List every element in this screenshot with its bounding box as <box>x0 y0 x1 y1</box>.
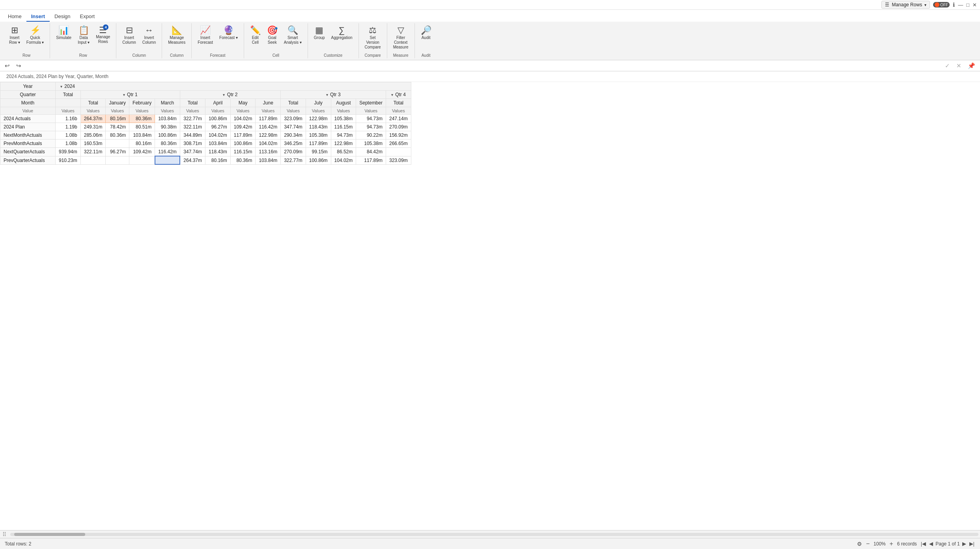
tab-insert[interactable]: Insert <box>26 12 50 22</box>
settings-icon[interactable]: ⚙ <box>857 541 862 547</box>
data-cell[interactable]: 322.11m <box>80 148 106 156</box>
qtr3-header[interactable]: ▾ Qtr 3 <box>281 91 386 99</box>
data-cell[interactable]: 80.51m <box>129 123 155 131</box>
data-cell[interactable]: 308.71m <box>180 140 205 148</box>
tab-export[interactable]: Export <box>75 12 100 22</box>
data-cell[interactable]: 94.73m <box>356 115 386 123</box>
invert-column-button[interactable]: ↔ InvertColumn <box>140 24 159 47</box>
table-row[interactable]: 2024 Actuals1.16b264.37m80.16m80.36m103.… <box>0 115 411 123</box>
data-cell[interactable]: 80.36m <box>106 131 129 140</box>
data-cell[interactable]: 103.84m <box>256 156 281 164</box>
data-cell[interactable]: 118.43m <box>306 123 331 131</box>
edit-cell-button[interactable]: ✏️ EditCell <box>247 24 263 47</box>
minimize-icon[interactable]: — <box>958 2 963 8</box>
next-page-button[interactable]: ▶ <box>961 541 967 547</box>
data-cell[interactable]: 270.09m <box>386 123 411 131</box>
data-cell[interactable]: 264.37m <box>180 156 205 164</box>
aggregation-button[interactable]: ∑ Aggregation <box>329 24 355 42</box>
data-cell[interactable]: 103.84m <box>155 115 180 123</box>
set-version-compare-button[interactable]: ⚖ SetVersionCompare <box>362 24 384 52</box>
data-input-button[interactable]: 📋 DataInput ▾ <box>75 24 92 47</box>
cross-button[interactable]: ✕ <box>955 62 963 69</box>
data-cell[interactable]: 1.08b <box>56 131 81 140</box>
data-cell[interactable]: 346.25m <box>281 140 306 148</box>
table-row[interactable]: PrevMonthActuals1.08b160.53m80.16m80.36m… <box>0 140 411 148</box>
data-cell[interactable] <box>106 140 129 148</box>
first-page-button[interactable]: |◀ <box>920 541 927 547</box>
tab-design[interactable]: Design <box>50 12 75 22</box>
data-cell[interactable]: 156.92m <box>386 131 411 140</box>
undo-button[interactable]: ↩ <box>3 62 11 69</box>
data-cell[interactable]: 100.86m <box>306 156 331 164</box>
formula-input[interactable] <box>26 63 940 69</box>
manage-rows-dropdown[interactable]: ☰ Manage Rows ▾ <box>881 1 930 9</box>
data-cell[interactable]: 100.86m <box>155 131 180 140</box>
insert-column-button[interactable]: ⊟ InsertColumn <box>119 24 138 47</box>
data-cell[interactable]: 100.86m <box>230 140 256 148</box>
data-cell[interactable]: 290.34m <box>281 131 306 140</box>
data-cell[interactable]: 80.16m <box>129 140 155 148</box>
data-cell[interactable]: 99.15m <box>306 148 331 156</box>
data-cell[interactable]: 122.98m <box>331 140 356 148</box>
goal-seek-button[interactable]: 🎯 GoalSeek <box>264 24 280 47</box>
data-cell[interactable]: 78.42m <box>106 123 129 131</box>
last-page-button[interactable]: ▶| <box>969 541 975 547</box>
data-cell[interactable]: 80.16m <box>106 115 129 123</box>
maximize-icon[interactable]: □ <box>966 2 969 8</box>
table-row[interactable]: NextMonthActuals1.08b285.06m80.36m103.84… <box>0 131 411 140</box>
data-cell[interactable]: 94.73m <box>331 131 356 140</box>
table-row[interactable]: NextQuarterActuals939.94m322.11m96.27m10… <box>0 148 411 156</box>
data-cell[interactable] <box>129 156 155 164</box>
data-cell[interactable]: 1.19b <box>56 123 81 131</box>
horizontal-scrollbar[interactable] <box>10 533 978 536</box>
zoom-out-button[interactable]: − <box>865 540 870 547</box>
data-cell[interactable]: 84.42m <box>356 148 386 156</box>
table-container[interactable]: Year ▾ 2024 Quarter Total ▾ Qtr 1 ▾ Qtr … <box>0 82 980 530</box>
data-cell[interactable] <box>386 148 411 156</box>
data-cell[interactable]: 113.16m <box>256 148 281 156</box>
data-cell[interactable]: 323.09m <box>281 115 306 123</box>
tab-home[interactable]: Home <box>3 12 26 22</box>
data-cell[interactable]: 80.36m <box>129 115 155 123</box>
data-cell[interactable]: 117.89m <box>256 115 281 123</box>
data-cell[interactable]: 160.53m <box>80 140 106 148</box>
simulate-button[interactable]: 📊 Simulate <box>53 24 74 42</box>
data-cell[interactable]: 249.31m <box>80 123 106 131</box>
qtr2-header[interactable]: ▾ Qtr 2 <box>180 91 280 99</box>
pin-button[interactable]: 📌 <box>966 62 977 69</box>
filter-context-measure-button[interactable]: ▽ FilterContextMeasure <box>390 24 411 52</box>
data-cell[interactable] <box>80 156 106 164</box>
data-cell[interactable] <box>155 156 180 164</box>
data-cell[interactable]: 322.77m <box>180 115 205 123</box>
data-cell[interactable]: 80.36m <box>230 156 256 164</box>
data-cell[interactable] <box>106 156 129 164</box>
data-cell[interactable]: 80.16m <box>205 156 231 164</box>
toggle-switch[interactable]: OFF <box>933 2 950 7</box>
data-cell[interactable]: 1.16b <box>56 115 81 123</box>
data-cell[interactable]: 104.02m <box>256 140 281 148</box>
redo-button[interactable]: ↪ <box>15 62 23 69</box>
data-cell[interactable]: 323.09m <box>386 156 411 164</box>
data-cell[interactable]: 264.37m <box>80 115 106 123</box>
zoom-in-button[interactable]: + <box>889 540 894 547</box>
qtr1-header[interactable]: ▾ Qtr 1 <box>80 91 180 99</box>
data-cell[interactable]: 117.89m <box>306 140 331 148</box>
forecast-button[interactable]: 🔮 Forecast ▾ <box>217 24 241 42</box>
data-cell[interactable]: 247.14m <box>386 115 411 123</box>
manage-measures-button[interactable]: 📐 ManageMeasures <box>165 24 188 47</box>
audit-button[interactable]: 🔎 Audit <box>418 24 434 42</box>
smart-analysis-button[interactable]: 🔍 SmartAnalysis ▾ <box>281 24 304 47</box>
data-cell[interactable]: 116.42m <box>155 148 180 156</box>
data-cell[interactable]: 117.89m <box>356 156 386 164</box>
insert-forecast-button[interactable]: 📈 InsertForecast <box>195 24 216 47</box>
data-cell[interactable]: 105.38m <box>356 140 386 148</box>
qtr4-header[interactable]: ▾ Qtr 4 <box>386 91 411 99</box>
data-cell[interactable]: 103.84m <box>129 131 155 140</box>
data-cell[interactable]: 100.86m <box>205 115 231 123</box>
data-cell[interactable]: 104.02m <box>205 131 231 140</box>
insert-row-button[interactable]: ⊞ InsertRow ▾ <box>6 24 23 47</box>
data-cell[interactable]: 122.98m <box>306 115 331 123</box>
data-cell[interactable]: 266.65m <box>386 140 411 148</box>
data-cell[interactable]: 105.38m <box>331 115 356 123</box>
data-cell[interactable]: 96.27m <box>205 123 231 131</box>
